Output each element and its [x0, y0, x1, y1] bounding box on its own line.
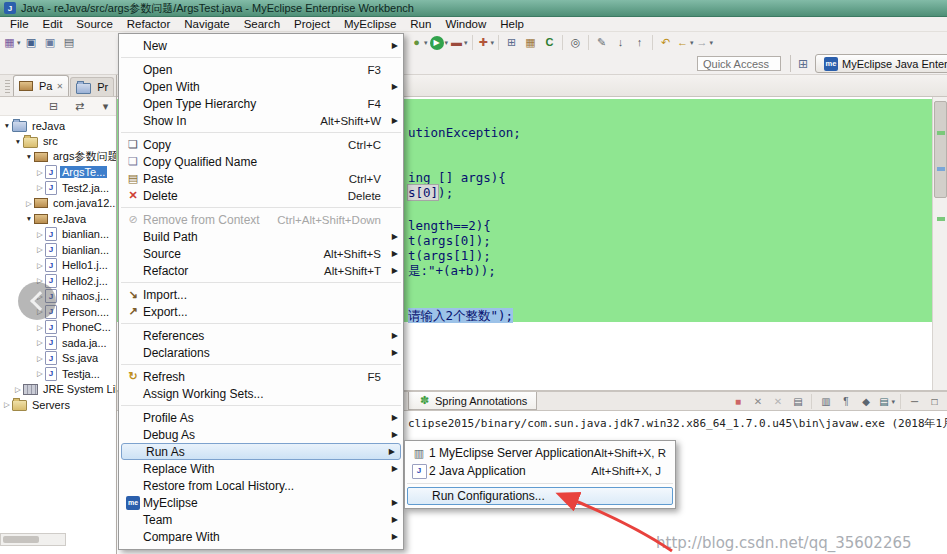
new-wizard-button[interactable]: ▦▾	[2, 33, 22, 52]
drag-grip[interactable]	[5, 80, 10, 94]
menu-item-show-in[interactable]: Show InAlt+Shift+W▶	[119, 112, 403, 129]
tree-item-com-java12[interactable]: ▷com.java12...	[0, 196, 116, 212]
tree-expand-icon[interactable]: ▷	[2, 400, 12, 409]
menu-item-open-with[interactable]: Open With▶	[119, 78, 403, 95]
tree-expand-icon[interactable]: ▾	[13, 137, 23, 146]
menubar-item-run[interactable]: Run	[403, 17, 438, 32]
menu-item-export[interactable]: ↗Export...	[119, 303, 403, 320]
menu-item-replace-with[interactable]: Replace With▶	[119, 460, 403, 477]
tree-item-jre-system-lib[interactable]: ▷JRE System Lib...	[0, 382, 116, 398]
menu-item-myeclipse[interactable]: meMyEclipse▶	[119, 494, 403, 511]
collapse-all-button[interactable]: ⊟	[44, 97, 63, 116]
close-icon[interactable]	[56, 82, 63, 91]
forward-button[interactable]: →▾	[695, 33, 715, 52]
tree-item-src[interactable]: ▾src	[0, 134, 116, 150]
run-button[interactable]: ▶▾	[429, 33, 450, 52]
tree-expand-icon[interactable]: ▷	[35, 261, 45, 270]
minimize-button[interactable]: ─	[905, 392, 924, 411]
tree-item-rejava[interactable]: ▾reJava	[0, 211, 116, 227]
menubar-item-project[interactable]: Project	[287, 17, 337, 32]
menu-item-references[interactable]: References▶	[119, 327, 403, 344]
new-class-button[interactable]: C	[540, 33, 559, 52]
tree-item-bianlian[interactable]: ▷Jbianlian...	[0, 242, 116, 258]
perspective-button-myeclipse-java-enterprise[interactable]: me MyEclipse Java Enterp	[815, 54, 947, 73]
menubar-item-window[interactable]: Window	[438, 17, 493, 32]
tree-item-ss-java[interactable]: ▷JSs.java	[0, 351, 116, 367]
print-button[interactable]: ▤	[60, 33, 79, 52]
debug-button[interactable]: ●▾	[409, 33, 429, 52]
open-console-button[interactable]: ▤▾	[876, 392, 896, 411]
coverage-button[interactable]: ▬▾	[449, 33, 469, 52]
menu-item-refresh[interactable]: ↻RefreshF5	[119, 368, 403, 385]
new-java-project-button[interactable]: ⊞	[502, 33, 521, 52]
mark-occurrences-button[interactable]: ✎	[592, 33, 611, 52]
menu-item-restore-from-local-history[interactable]: Restore from Local History...	[119, 477, 403, 494]
last-edit-button[interactable]: ↶	[656, 33, 675, 52]
menu-item-new[interactable]: New▶	[119, 37, 403, 54]
menubar-item-file[interactable]: File	[3, 17, 36, 32]
tree-expand-icon[interactable]: ▷	[35, 338, 45, 347]
link-editor-button[interactable]: ⇄	[70, 97, 89, 116]
menubar-item-myeclipse[interactable]: MyEclipse	[337, 17, 403, 32]
menu-item-import[interactable]: ↘Import...	[119, 286, 403, 303]
search-button[interactable]: ◎	[566, 33, 585, 52]
tab-package-explorer[interactable]: Pa	[13, 75, 69, 96]
tree-expand-icon[interactable]: ▾	[24, 214, 34, 223]
back-button[interactable]: ←▾	[675, 33, 695, 52]
tree-item-test2-ja[interactable]: ▷JTest2.ja...	[0, 180, 116, 196]
external-tools-button[interactable]: ✚▾	[476, 33, 496, 52]
menubar-item-search[interactable]: Search	[237, 17, 287, 32]
tree-expand-icon[interactable]: ▷	[24, 199, 34, 208]
prev-annotation-button[interactable]: ↑	[630, 33, 649, 52]
horizontal-scrollbar[interactable]	[0, 533, 66, 546]
tree-expand-icon[interactable]: ▷	[35, 168, 45, 177]
dropdown-arrow-icon[interactable]: ▾	[690, 39, 694, 47]
view-menu-button[interactable]: ▾	[96, 97, 115, 116]
open-perspective-icon[interactable]	[795, 56, 811, 72]
tree-item-person[interactable]: ▷JPerson....	[0, 304, 116, 320]
dropdown-arrow-icon[interactable]: ▾	[17, 39, 21, 47]
tree-item-hello2-j[interactable]: ▷JHello2.j...	[0, 273, 116, 289]
menubar-item-navigate[interactable]: Navigate	[177, 17, 236, 32]
submenu-item-2-java-application[interactable]: J2 Java ApplicationAlt+Shift+X, J	[405, 462, 675, 480]
menubar-item-edit[interactable]: Edit	[36, 17, 70, 32]
dropdown-arrow-icon[interactable]: ▾	[491, 39, 495, 47]
menubar-item-source[interactable]: Source	[69, 17, 119, 32]
carousel-prev-arrow[interactable]	[18, 282, 56, 320]
menu-item-assign-working-sets[interactable]: Assign Working Sets...	[119, 385, 403, 402]
menu-item-declarations[interactable]: Declarations▶	[119, 344, 403, 361]
terminate-button[interactable]: ■	[728, 392, 747, 411]
tree-item-phonec[interactable]: ▷JPhoneC...	[0, 320, 116, 336]
tree-expand-icon[interactable]: ▷	[35, 369, 45, 378]
tree-item-testja[interactable]: ▷JTestja...	[0, 366, 116, 382]
scrollbar-thumb[interactable]	[934, 101, 947, 198]
tree-expand-icon[interactable]: ▾	[2, 121, 12, 130]
tree-expand-icon[interactable]: ▷	[35, 183, 45, 192]
menu-item-source[interactable]: SourceAlt+Shift+S▶	[119, 245, 403, 262]
submenu-item-run-configurations[interactable]: Run Configurations...	[407, 487, 673, 505]
scrollbar-thumb[interactable]	[3, 536, 39, 543]
save-all-button[interactable]: ▣	[41, 33, 60, 52]
menu-item-open[interactable]: OpenF3	[119, 61, 403, 78]
dropdown-arrow-icon[interactable]: ▾	[891, 398, 895, 406]
dropdown-arrow-icon[interactable]: ▾	[464, 39, 468, 47]
tree-expand-icon[interactable]: ▷	[35, 245, 45, 254]
menu-item-debug-as[interactable]: Debug As▶	[119, 426, 403, 443]
menubar-item-help[interactable]: Help	[493, 17, 531, 32]
tree-item-rejava[interactable]: ▾reJava	[0, 118, 116, 134]
tree-item-args[interactable]: ▾args参数问题	[0, 149, 116, 165]
menu-item-build-path[interactable]: Build Path▶	[119, 228, 403, 245]
new-package-button[interactable]: ▦	[521, 33, 540, 52]
pin-console-button[interactable]: ◆	[856, 392, 875, 411]
menu-item-copy-qualified-name[interactable]: ❏Copy Qualified Name	[119, 153, 403, 170]
tree-item-argste[interactable]: ▷JArgsTe...	[0, 165, 116, 181]
tree-expand-icon[interactable]: ▾	[24, 152, 34, 161]
maximize-button[interactable]: □	[925, 392, 944, 411]
menu-item-profile-as[interactable]: Profile As▶	[119, 409, 403, 426]
dropdown-arrow-icon[interactable]: ▾	[424, 39, 428, 47]
tree-item-hello1-j[interactable]: ▷JHello1.j...	[0, 258, 116, 274]
dropdown-arrow-icon[interactable]: ▾	[445, 39, 449, 47]
menu-item-team[interactable]: Team▶	[119, 511, 403, 528]
next-annotation-button[interactable]: ↓	[611, 33, 630, 52]
menu-item-compare-with[interactable]: Compare With▶	[119, 528, 403, 545]
